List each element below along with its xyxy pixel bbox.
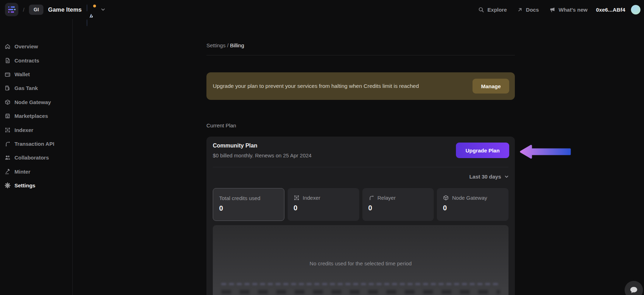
sidebar-item-gas-tank[interactable]: Gas Tank: [0, 81, 72, 95]
home-icon: [5, 43, 11, 49]
sidebar-item-contracts[interactable]: Contracts: [0, 53, 72, 67]
wallet-icon: [5, 71, 11, 77]
sidebar-item-label: Marketplaces: [14, 113, 48, 119]
sidebar-item-transaction-api[interactable]: Transaction API: [0, 137, 72, 151]
sidebar-item-collaborators[interactable]: Collaborators: [0, 151, 72, 164]
logo-bar: [8, 9, 13, 10]
contract-file-icon: [5, 58, 11, 64]
sidebar-item-label: Minter: [14, 169, 30, 175]
sidebar-item-label: Overview: [14, 43, 38, 49]
sidebar-item-node-gateway[interactable]: Node Gateway: [0, 95, 72, 109]
current-plan-heading: Current Plan: [206, 122, 236, 128]
plan-card: Community Plan $0 billed monthly. Renews…: [206, 137, 515, 295]
megaphone-icon: [549, 7, 555, 13]
chat-bubble-icon: [629, 285, 638, 295]
sidebar-item-label: Indexer: [14, 127, 33, 133]
stat-value: 0: [368, 204, 372, 212]
chart-zero-line: [221, 283, 500, 285]
chevron-down-icon: [504, 174, 509, 179]
gear-icon: [5, 182, 11, 188]
storefront-icon: [5, 113, 11, 119]
stat-label: Indexer: [303, 195, 320, 201]
grid-icon: [5, 127, 11, 133]
plan-name: Community Plan: [213, 143, 257, 149]
chart-axis-ticks: [221, 290, 500, 294]
stat-value: 0: [219, 204, 223, 212]
logo-bar: [11, 6, 15, 8]
period-selector-label: Last 30 days: [469, 174, 501, 180]
relayer-icon: [5, 141, 11, 147]
breadcrumb: Settings / Billing: [206, 42, 244, 48]
grid-icon: [294, 195, 300, 201]
cube-icon: [5, 99, 11, 105]
logo-bar: [8, 6, 10, 8]
sidebar-item-wallet[interactable]: Wallet: [0, 67, 72, 81]
sidebar-item-label: Settings: [14, 182, 35, 188]
logo-bar: [8, 11, 10, 13]
stat-node-gateway[interactable]: Node Gateway 0: [437, 188, 508, 221]
stat-value: 0: [294, 204, 297, 212]
banner-message: Upgrade your plan to prevent your servic…: [213, 83, 419, 89]
sidebar-item-label: Gas Tank: [14, 85, 38, 91]
chevron-down-icon[interactable]: [100, 7, 106, 12]
sidebar-menu: Overview Contracts Wallet Gas Tank Node …: [0, 40, 72, 192]
external-link-icon: [517, 7, 523, 12]
cube-icon: [443, 195, 449, 201]
sidebar-item-minter[interactable]: Minter: [0, 165, 72, 179]
notification-dot: [92, 4, 97, 8]
builder-logo[interactable]: [5, 3, 18, 16]
wallet-address[interactable]: 0xe6...ABf4: [596, 7, 625, 13]
manage-button[interactable]: Manage: [473, 79, 509, 94]
sidebar: Overview Contracts Wallet Gas Tank Node …: [0, 19, 73, 295]
stat-label: Node Gateway: [452, 195, 487, 201]
sidebar-item-settings[interactable]: Settings: [0, 179, 72, 192]
upgrade-plan-button[interactable]: Upgrade Plan: [456, 143, 509, 158]
plan-billing-summary: $0 billed monthly. Renews on 25 Apr 2024: [213, 152, 312, 158]
breadcrumb-settings[interactable]: Settings: [206, 42, 225, 48]
sidebar-item-indexer[interactable]: Indexer: [0, 123, 72, 137]
sidebar-item-label: Wallet: [14, 71, 30, 77]
gavel-icon: [5, 169, 11, 175]
stat-label: Total credits used: [219, 195, 260, 201]
project-initials-badge[interactable]: GI: [29, 5, 43, 15]
whats-new-link[interactable]: What's new: [549, 7, 588, 13]
stat-value: 0: [443, 204, 447, 212]
stat-indexer[interactable]: Indexer 0: [288, 188, 359, 221]
breadcrumb-billing: Billing: [230, 42, 244, 48]
usage-stats-row: Total credits used 0 Indexer 0 Relayer 0: [213, 188, 508, 221]
logo-bar: [11, 11, 14, 13]
fuel-pump-icon: [5, 85, 11, 91]
logo-bar: [14, 9, 16, 10]
sidebar-item-label: Node Gateway: [14, 99, 51, 105]
annotation-arrow: [519, 143, 572, 161]
relayer-icon: [368, 195, 374, 201]
breadcrumb-separator: /: [227, 42, 230, 48]
whats-new-label: What's new: [559, 7, 588, 13]
people-icon: [5, 155, 11, 161]
project-name: Game Items: [48, 6, 82, 13]
stat-label: Relayer: [378, 195, 396, 201]
sidebar-item-label: Collaborators: [14, 155, 49, 161]
chart-empty-message: No credits used for the selected time pe…: [213, 260, 508, 266]
upgrade-warning-banner: Upgrade your plan to prevent your servic…: [206, 72, 515, 100]
breadcrumb-divider: [206, 55, 515, 55]
path-separator: /: [23, 7, 24, 13]
network-badge[interactable]: [87, 5, 96, 14]
sidebar-item-label: Contracts: [14, 58, 39, 64]
sidebar-item-marketplaces[interactable]: Marketplaces: [0, 109, 72, 123]
sidebar-item-label: Transaction API: [14, 141, 54, 147]
sidebar-item-overview[interactable]: Overview: [0, 40, 72, 53]
card-divider: [213, 167, 508, 167]
avatar[interactable]: [631, 5, 640, 14]
stat-total-credits[interactable]: Total credits used 0: [213, 188, 284, 221]
docs-link[interactable]: Docs: [517, 7, 539, 13]
docs-label: Docs: [526, 7, 539, 13]
billing-page: Settings / Billing Upgrade your plan to …: [206, 0, 515, 295]
usage-chart: No credits used for the selected time pe…: [213, 225, 508, 295]
period-selector[interactable]: Last 30 days: [469, 174, 509, 180]
chat-button[interactable]: [625, 281, 643, 295]
stat-relayer[interactable]: Relayer 0: [362, 188, 434, 221]
